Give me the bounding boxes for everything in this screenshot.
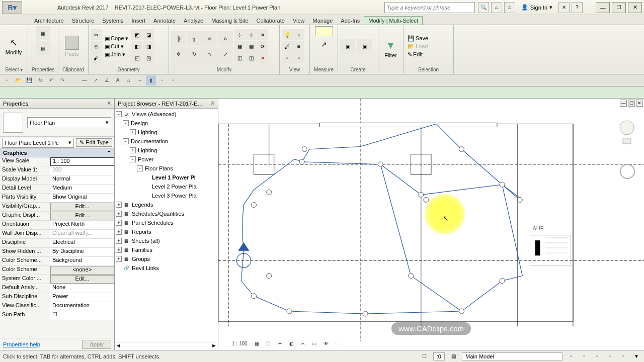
properties-close-button[interactable]: ✕ <box>107 100 111 107</box>
tree-item[interactable]: +▦Sheets (all) <box>116 236 217 245</box>
create-group-button[interactable]: ▣ <box>340 39 355 54</box>
scroll-left-button[interactable]: ◄ <box>116 342 121 350</box>
exchange-icon[interactable]: ✕ <box>558 2 570 13</box>
m5[interactable]: ▦ <box>246 41 257 52</box>
tree-item[interactable]: +▦Panel Schedules <box>116 218 217 227</box>
qat-3d[interactable]: ⌂ <box>124 75 134 85</box>
qat-sync[interactable]: ↻ <box>35 75 45 85</box>
ribbon-tab-annotate[interactable]: Annotate <box>149 17 180 25</box>
app-menu-button[interactable]: R▾ <box>2 1 22 14</box>
property-row[interactable]: Show Hidden ...By Discipline <box>0 248 114 257</box>
ribbon-tab-add-ins[interactable]: Add-Ins <box>337 17 364 25</box>
match-icon[interactable]: 🖌 <box>91 52 102 63</box>
edit-selection-button[interactable]: ✎Edit <box>406 51 430 58</box>
geom4-button[interactable]: ◨ <box>143 41 154 52</box>
offset-button[interactable]: ╗ <box>187 31 202 46</box>
m4[interactable]: ▦ <box>234 41 245 52</box>
property-row[interactable]: Detail LevelMedium <box>0 185 114 194</box>
active-workset[interactable]: :0 <box>433 352 445 360</box>
m3[interactable]: ✕ <box>257 29 268 40</box>
properties-help-link[interactable]: Properties help <box>3 341 40 347</box>
qat-switch[interactable]: ▫ <box>168 75 178 85</box>
m2[interactable]: ⊹ <box>246 29 257 40</box>
m6[interactable]: ⟳ <box>257 41 268 52</box>
ribbon-tab-manage[interactable]: Manage <box>309 17 337 25</box>
modify-tool-button[interactable]: ↖Modify <box>2 28 25 64</box>
apply-button[interactable]: Apply <box>82 340 111 349</box>
geom6-button[interactable]: ◳ <box>143 52 154 63</box>
property-row[interactable]: System Color ...Edit... <box>0 275 114 284</box>
qat-angle[interactable]: ∠ <box>102 75 112 85</box>
scroll-right-button[interactable]: ► <box>211 342 217 350</box>
property-row[interactable]: Sub-DisciplinePower <box>0 293 114 302</box>
ribbon-tab-analyze[interactable]: Analyze <box>180 17 207 25</box>
instance-selector[interactable]: Floor Plan: Level 1 Pc▾ <box>2 138 74 148</box>
property-row[interactable]: View Classific...Documentation <box>0 302 114 311</box>
qat-redo[interactable]: ↷ <box>57 75 67 85</box>
group-header-graphics[interactable]: Graphics⌃ <box>0 149 114 157</box>
v2[interactable]: ▫ <box>293 29 304 40</box>
reveal-icon[interactable]: ▫ <box>333 340 340 347</box>
save-selection-button[interactable]: 💾Save <box>406 35 430 42</box>
tree-item[interactable]: -⊙Views (Advanced) <box>116 110 217 119</box>
create-assembly-button[interactable]: ▣ <box>357 39 372 54</box>
v6[interactable]: ▫ <box>293 52 304 63</box>
geom3-button[interactable]: ◧ <box>131 41 142 52</box>
qat-open[interactable]: 📂 <box>13 75 23 85</box>
editable-only-icon[interactable]: ▤ <box>449 352 458 361</box>
hide-icon[interactable]: 👁 <box>321 340 331 347</box>
tree-item[interactable]: 🔗Revit Links <box>116 263 217 273</box>
subscription-icon[interactable]: ⌂ <box>491 2 502 13</box>
minimize-button[interactable]: — <box>596 2 610 13</box>
property-row[interactable]: Default Analy...None <box>0 284 114 293</box>
nav-cube[interactable] <box>618 119 636 159</box>
mirror-axis-button[interactable]: ⎌ <box>202 31 217 46</box>
qat-save[interactable]: 💾 <box>24 75 34 85</box>
property-row[interactable]: Visibility/Grap...Edit... <box>0 203 114 212</box>
mirror-draw-button[interactable]: ⎌ <box>218 31 233 46</box>
tree-item[interactable]: Level 1 Power Pl <box>116 173 217 182</box>
copy-icon[interactable]: ⎘ <box>91 41 102 52</box>
property-row[interactable]: Graphic Displ...Edit... <box>0 212 114 221</box>
properties-button[interactable]: ▤ <box>36 41 50 55</box>
align-button[interactable]: ╠ <box>171 31 186 46</box>
property-row[interactable]: OrientationProject North <box>0 221 114 230</box>
crop-region-icon[interactable]: ▭ <box>309 340 319 347</box>
cut-geom-button[interactable]: ▣Cut ▾ <box>103 43 130 50</box>
ribbon-tab-architecture[interactable]: Architecture <box>30 17 68 25</box>
shadows-icon[interactable]: ◐ <box>287 340 296 347</box>
property-row[interactable]: Display ModelNormal <box>0 175 114 185</box>
qat-text[interactable]: A <box>113 75 123 85</box>
v1[interactable]: 💡 <box>282 29 293 40</box>
nav-wheel[interactable] <box>620 164 635 179</box>
split-button[interactable]: ⤢ <box>218 47 233 62</box>
detail-level-icon[interactable]: ▦ <box>252 340 262 347</box>
qat-align[interactable]: ↗ <box>91 75 101 85</box>
qat-section[interactable]: → <box>135 75 145 85</box>
ribbon-tab-insert[interactable]: Insert <box>128 17 150 25</box>
search-icon[interactable]: 🔍 <box>478 2 489 13</box>
ribbon-tab-massing-site[interactable]: Massing & Site <box>207 17 252 25</box>
ribbon-tab-collaborate[interactable]: Collaborate <box>253 17 289 25</box>
tree-item[interactable]: -Power <box>116 155 217 164</box>
type-selector[interactable]: Floor Plan▾ <box>27 117 111 128</box>
browser-close-button[interactable]: ✕ <box>210 100 215 107</box>
tree-item[interactable]: +▦Families <box>116 245 217 254</box>
close-button[interactable]: ✕ <box>628 2 642 13</box>
design-option[interactable]: Main Model <box>462 352 562 360</box>
measure-between-button[interactable]: ↗ <box>321 40 327 48</box>
tree-item[interactable]: -Floor Plans <box>116 164 217 173</box>
rotate-button[interactable]: ↻ <box>187 47 202 62</box>
tree-item[interactable]: +▦Legends <box>116 200 217 209</box>
paste-button[interactable]: Paste <box>60 28 84 64</box>
tree-item[interactable]: +▦Schedules/Quantities <box>116 209 217 218</box>
join-button[interactable]: ▣Join ▾ <box>103 51 130 58</box>
property-row[interactable]: Wall Join Disp...Clean all wall j... <box>0 230 114 239</box>
qat-undo[interactable]: ↶ <box>46 75 56 85</box>
tree-item[interactable]: -Documentation <box>116 137 217 146</box>
property-row[interactable]: View Scale1 : 100 <box>0 157 114 166</box>
geom5-button[interactable]: ◰ <box>131 52 142 63</box>
property-row[interactable]: DisciplineElectrical <box>0 239 114 248</box>
tree-item[interactable]: +▦Reports <box>116 227 217 236</box>
tree-item[interactable]: Level 3 Power Pla <box>116 191 217 200</box>
